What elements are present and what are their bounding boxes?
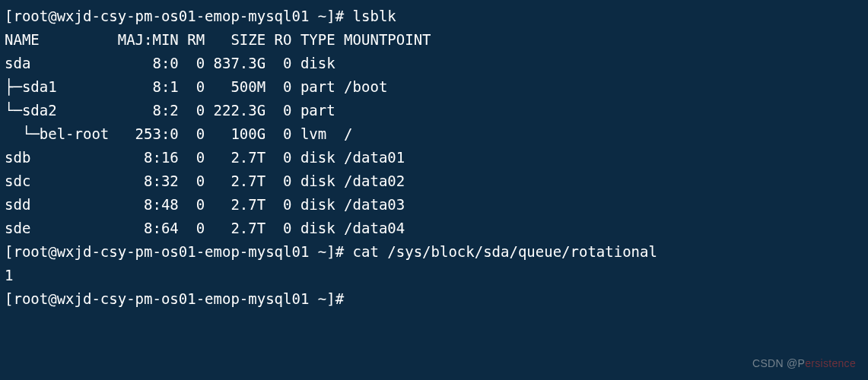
- lsblk-header: NAME MAJ:MIN RM SIZE RO TYPE MOUNTPOINT: [5, 31, 431, 48]
- command-lsblk: lsblk: [353, 8, 396, 24]
- cat-output: 1: [5, 267, 13, 283]
- watermark: CSDN @Persistence: [752, 352, 856, 375]
- lsblk-rows: sda 8:0 0 837.3G 0 disk ├─sda1 8:1 0 500…: [5, 55, 405, 236]
- shell-prompt: [root@wxjd-csy-pm-os01-emop-mysql01 ~]#: [5, 243, 353, 260]
- shell-prompt-cutoff: [root@wxjd-csy-pm-os01-emop-mysql01 ~]#: [5, 290, 353, 307]
- command-cat-rotational: cat /sys/block/sda/queue/rotational: [353, 243, 657, 260]
- terminal-output[interactable]: [root@wxjd-csy-pm-os01-emop-mysql01 ~]# …: [0, 0, 868, 311]
- shell-prompt: [root@wxjd-csy-pm-os01-emop-mysql01 ~]#: [5, 8, 353, 24]
